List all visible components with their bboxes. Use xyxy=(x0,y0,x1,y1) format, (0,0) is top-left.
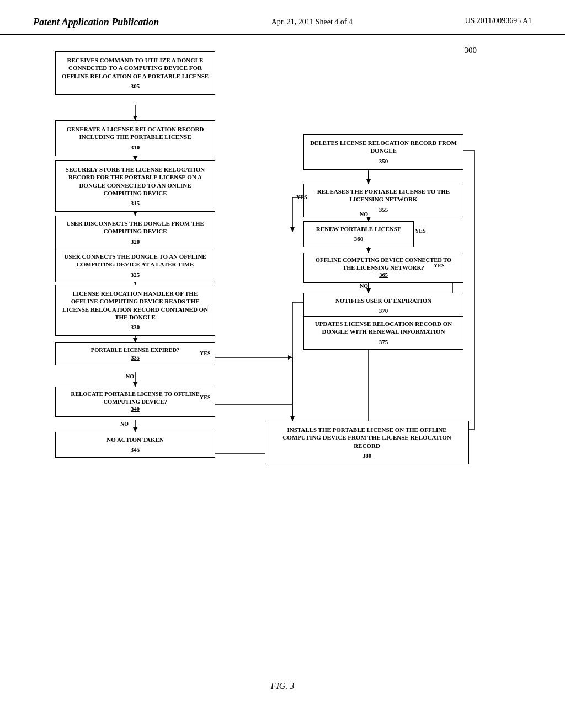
svg-marker-11 xyxy=(133,338,137,342)
diamond-340-ref: 340 xyxy=(131,406,140,412)
box-315-ref: 315 xyxy=(60,199,210,207)
svg-marker-24 xyxy=(366,217,371,221)
box-305: RECEIVES COMMAND TO UTILIZE A DONGLE CON… xyxy=(55,51,215,95)
box-325-text: USER CONNECTS THE DONGLE TO AN OFFLINE C… xyxy=(59,253,211,269)
label-340-yes: YES xyxy=(200,394,210,400)
box-315-text: SECURELY STORE THE LICENSE RELOCATION RE… xyxy=(60,165,210,197)
diamond-340: RELOCATE PORTABLE LICENSE TO OFFLINE COM… xyxy=(55,387,215,417)
box-320-text: USER DISCONNECTS THE DONGLE FROM THE COM… xyxy=(59,220,211,235)
box-380-ref: 380 xyxy=(270,452,464,459)
box-320-ref: 320 xyxy=(59,238,211,245)
svg-marker-46 xyxy=(290,227,295,232)
box-350-ref: 350 xyxy=(308,157,459,165)
svg-marker-26 xyxy=(366,248,371,253)
page: Patent Application Publication Apr. 21, … xyxy=(0,0,565,728)
header-date-sheet: Apr. 21, 2011 Sheet 4 of 4 xyxy=(271,17,353,28)
svg-marker-28 xyxy=(366,288,371,293)
publication-label: Patent Application Publication xyxy=(33,17,159,28)
diamond-365-ref: 365 xyxy=(379,272,388,278)
label-340-no: NO xyxy=(120,421,129,427)
box-305-ref: 305 xyxy=(60,82,210,90)
patent-number: US 2011/0093695 A1 xyxy=(465,17,532,25)
box-345-ref: 345 xyxy=(59,446,211,453)
diamond-335-text: PORTABLE LICENSE EXPIRED? xyxy=(91,347,179,353)
box-310-ref: 310 xyxy=(60,143,210,151)
ref-300-label: 300 xyxy=(465,46,477,55)
box-355: RELEASES THE PORTABLE LICENSE TO THE LIC… xyxy=(303,184,463,217)
box-345: NO ACTION TAKEN 345 xyxy=(55,432,215,458)
label-355-yes: YES xyxy=(296,194,307,200)
box-355-text: RELEASES THE PORTABLE LICENSE TO THE LIC… xyxy=(307,188,460,204)
page-header: Patent Application Publication Apr. 21, … xyxy=(0,0,565,35)
box-370: NOTIFIES USER OF EXPIRATION 370 xyxy=(303,293,463,319)
diamond-340-text: RELOCATE PORTABLE LICENSE TO OFFLINE COM… xyxy=(71,391,200,405)
box-380: INSTALLS THE PORTABLE LICENSE ON THE OFF… xyxy=(265,421,469,464)
box-330: LICENSE RELOCATION HANDLER OF THE OFFLIN… xyxy=(55,285,215,336)
label-365-no: NO xyxy=(360,283,368,289)
box-360-ref: 360 xyxy=(307,235,410,243)
box-375-text: UPDATES LICENSE RELOCATION RECORD ON DON… xyxy=(307,320,460,336)
svg-marker-22 xyxy=(366,179,371,184)
box-360: RENEW PORTABLE LICENSE 360 xyxy=(303,221,414,247)
box-305-text: RECEIVES COMMAND TO UTILIZE A DONGLE CON… xyxy=(60,56,210,80)
svg-marker-1 xyxy=(133,116,137,120)
svg-marker-18 xyxy=(290,416,295,421)
box-375-ref: 375 xyxy=(307,338,460,346)
box-355-ref: 355 xyxy=(307,206,460,213)
box-325: USER CONNECTS THE DONGLE TO AN OFFLINE C… xyxy=(55,249,215,282)
figure-caption: FIG. 3 xyxy=(271,681,295,691)
box-345-text: NO ACTION TAKEN xyxy=(59,436,211,443)
box-315: SECURELY STORE THE LICENSE RELOCATION RE… xyxy=(55,160,215,212)
box-370-text: NOTIFIES USER OF EXPIRATION xyxy=(307,297,460,304)
box-350: DELETES LICENSE RELOCATION RECORD FROM D… xyxy=(303,134,463,170)
box-375: UPDATES LICENSE RELOCATION RECORD ON DON… xyxy=(303,316,463,350)
label-360-yes: YES xyxy=(415,228,425,234)
box-310-text: GENERATE A LICENSE RELOCATION RECORD INC… xyxy=(60,125,210,141)
svg-marker-13 xyxy=(288,355,292,360)
box-370-ref: 370 xyxy=(307,307,460,314)
box-380-text: INSTALLS THE PORTABLE LICENSE ON THE OFF… xyxy=(270,426,464,449)
diamond-335-ref: 335 xyxy=(131,355,140,361)
diamond-335: PORTABLE LICENSE EXPIRED? 335 xyxy=(55,342,215,365)
box-330-text: LICENSE RELOCATION HANDLER OF THE OFFLIN… xyxy=(60,290,210,321)
diamond-365-text: OFFLINE COMPUTING DEVICE CONNECTED TO TH… xyxy=(316,257,451,271)
label-335-no: NO xyxy=(126,373,134,379)
box-330-ref: 330 xyxy=(60,323,210,331)
svg-marker-20 xyxy=(133,427,137,432)
label-335-yes: YES xyxy=(200,350,210,356)
box-320: USER DISCONNECTS THE DONGLE FROM THE COM… xyxy=(55,216,215,249)
box-360-text: RENEW PORTABLE LICENSE xyxy=(307,225,410,233)
flowchart-area: 300 xyxy=(0,35,565,697)
svg-marker-3 xyxy=(133,156,137,160)
label-365-yes: YES xyxy=(434,263,444,269)
svg-marker-15 xyxy=(133,382,137,387)
label-355-no: NO xyxy=(360,211,368,217)
box-310: GENERATE A LICENSE RELOCATION RECORD INC… xyxy=(55,120,215,156)
box-350-text: DELETES LICENSE RELOCATION RECORD FROM D… xyxy=(308,139,459,155)
box-325-ref: 325 xyxy=(59,271,211,279)
